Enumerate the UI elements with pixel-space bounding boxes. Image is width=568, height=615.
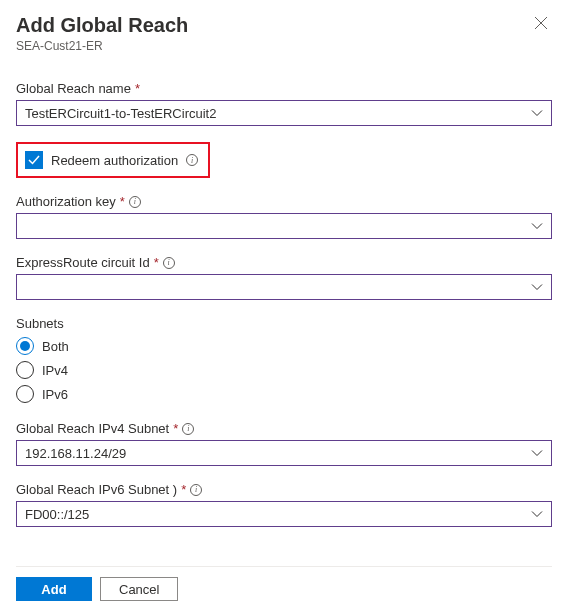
close-icon [534,16,548,30]
required-indicator: * [173,421,178,436]
chevron-down-icon [531,219,543,234]
chevron-down-icon [531,280,543,295]
radio-icon [16,337,34,355]
chevron-down-icon [531,106,543,121]
redeem-authorization-row[interactable]: Redeem authorization i [16,142,210,178]
circuit-id-label: ExpressRoute circuit Id * i [16,255,552,270]
info-icon[interactable]: i [186,154,198,166]
radio-label: Both [42,339,69,354]
global-reach-name-value: TestERCircuit1-to-TestERCircuit2 [25,106,216,121]
chevron-down-icon [531,446,543,461]
page-title: Add Global Reach [16,14,188,37]
radio-icon [16,385,34,403]
redeem-authorization-checkbox[interactable] [25,151,43,169]
add-button[interactable]: Add [16,577,92,601]
required-indicator: * [154,255,159,270]
redeem-authorization-label: Redeem authorization [51,153,178,168]
authorization-key-dropdown[interactable] [16,213,552,239]
info-icon[interactable]: i [182,423,194,435]
ipv4-subnet-label: Global Reach IPv4 Subnet * i [16,421,552,436]
required-indicator: * [135,81,140,96]
circuit-id-dropdown[interactable] [16,274,552,300]
ipv6-subnet-value: FD00::/125 [25,507,89,522]
required-indicator: * [120,194,125,209]
info-icon[interactable]: i [129,196,141,208]
global-reach-name-label: Global Reach name * [16,81,552,96]
required-indicator: * [181,482,186,497]
info-icon[interactable]: i [163,257,175,269]
subnets-radio-ipv4[interactable]: IPv4 [16,361,552,379]
radio-label: IPv6 [42,387,68,402]
chevron-down-icon [531,507,543,522]
subnets-label: Subnets [16,316,552,331]
ipv6-subnet-label: Global Reach IPv6 Subnet ) * i [16,482,552,497]
ipv4-subnet-value: 192.168.11.24/29 [25,446,126,461]
subnets-radio-group: Both IPv4 IPv6 [16,337,552,403]
subnets-radio-ipv6[interactable]: IPv6 [16,385,552,403]
check-icon [28,154,40,166]
global-reach-name-dropdown[interactable]: TestERCircuit1-to-TestERCircuit2 [16,100,552,126]
authorization-key-label: Authorization key * i [16,194,552,209]
radio-icon [16,361,34,379]
cancel-button[interactable]: Cancel [100,577,178,601]
page-subtitle: SEA-Cust21-ER [16,39,552,53]
ipv4-subnet-dropdown[interactable]: 192.168.11.24/29 [16,440,552,466]
ipv6-subnet-dropdown[interactable]: FD00::/125 [16,501,552,527]
info-icon[interactable]: i [190,484,202,496]
subnets-radio-both[interactable]: Both [16,337,552,355]
close-button[interactable] [530,14,552,35]
radio-label: IPv4 [42,363,68,378]
